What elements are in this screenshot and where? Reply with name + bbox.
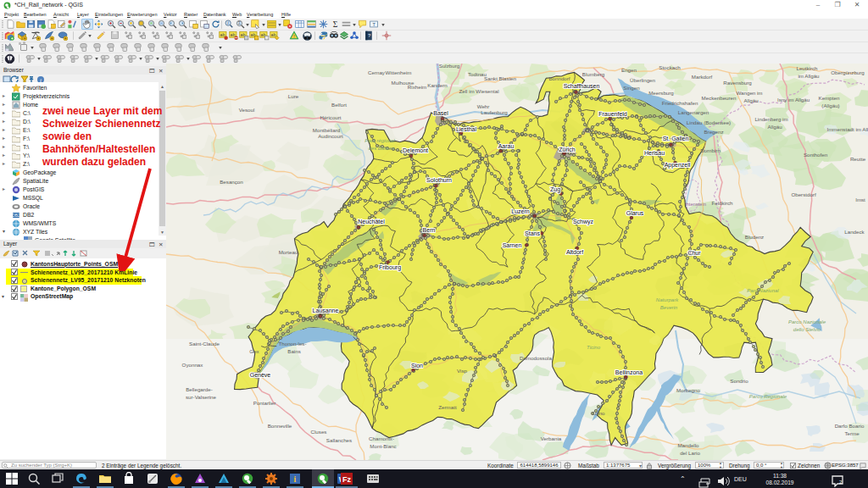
svg-text:Kempten: Kempten: [819, 95, 840, 101]
svg-text:Bonneville: Bonneville: [268, 423, 292, 429]
svg-text:Morbegno: Morbegno: [676, 387, 700, 393]
svg-text:Leutkirch: Leutkirch: [796, 65, 818, 71]
svg-text:Chur: Chur: [687, 250, 701, 256]
svg-text:Besançon: Besançon: [220, 179, 243, 185]
svg-text:Kandern: Kandern: [427, 82, 448, 88]
svg-text:Wittenheim: Wittenheim: [386, 69, 412, 75]
svg-text:Meersburg: Meersburg: [648, 90, 674, 96]
svg-text:Immenstadt im Allgäu: Immenstadt im Allgäu: [826, 126, 868, 132]
svg-text:im Allgäu: im Allgäu: [798, 73, 820, 79]
svg-text:Liesthal: Liesthal: [456, 126, 477, 132]
svg-text:Friedrichshafen: Friedrichshafen: [662, 100, 698, 106]
svg-text:Lausanne: Lausanne: [313, 308, 339, 313]
svg-text:Lindau (Bodensee): Lindau (Bodensee): [687, 119, 731, 125]
svg-text:Sion: Sion: [411, 363, 423, 369]
svg-text:Bregenz: Bregenz: [704, 129, 723, 135]
svg-text:Oberstdorf: Oberstdorf: [791, 191, 816, 197]
svg-text:Lindenberg im: Lindenberg im: [754, 116, 787, 122]
svg-text:Appenzell: Appenzell: [665, 162, 691, 169]
svg-text:sur-Valserine: sur-Valserine: [186, 394, 217, 400]
svg-text:DB2: DB2: [13, 214, 20, 218]
svg-text:Allgäu: Allgäu: [767, 124, 782, 130]
svg-text:Glarus: Glarus: [626, 210, 644, 216]
svg-text:Cluses: Cluses: [311, 429, 327, 435]
svg-text:des Ballons: des Ballons: [368, 146, 394, 151]
svg-text:Belfort: Belfort: [331, 102, 347, 108]
svg-text:Thonon-les-: Thonon-les-: [278, 341, 306, 347]
svg-text:Reutte: Reutte: [850, 156, 866, 162]
svg-text:Singen: Singen: [623, 85, 640, 91]
svg-text:Genève: Genève: [250, 372, 271, 378]
svg-text:Luzern: Luzern: [511, 208, 530, 214]
svg-text:Aarau: Aarau: [498, 143, 515, 149]
svg-text:Delemont: Delemont: [403, 147, 428, 153]
svg-text:Sankt Blasien: Sankt Blasien: [484, 75, 516, 81]
svg-text:Ticino: Ticino: [587, 345, 601, 350]
svg-text:Allgäu: Allgäu: [743, 97, 759, 103]
svg-text:Schaffhausen: Schaffhausen: [564, 83, 600, 89]
svg-text:Altdorf: Altdorf: [566, 249, 583, 255]
svg-text:Zermatt: Zermatt: [438, 404, 457, 410]
svg-text:Feldkirch: Feldkirch: [711, 200, 733, 206]
svg-text:Chamonix-: Chamonix-: [369, 435, 394, 441]
svg-text:Sonthofen: Sonthofen: [804, 152, 828, 158]
svg-text:Engen: Engen: [621, 67, 637, 73]
svg-text:Parco Nazionale: Parco Nazionale: [788, 319, 826, 324]
svg-text:Dornbirn: Dornbirn: [700, 147, 721, 153]
svg-text:Lure: Lure: [288, 93, 299, 99]
svg-text:Bonndorf: Bonndorf: [548, 75, 570, 81]
svg-text:Sondrio: Sondrio: [730, 378, 748, 384]
svg-text:!: !: [293, 34, 294, 39]
svg-text:Bellegarde-: Bellegarde-: [186, 386, 213, 392]
svg-text:Pontarlier: Pontarlier: [253, 400, 275, 406]
svg-text:Imst: Imst: [855, 197, 865, 202]
svg-text:Langenargen: Langenargen: [678, 109, 709, 115]
svg-text:Schwyz: Schwyz: [573, 219, 594, 225]
svg-text:Parc Naziunal: Parc Naziunal: [747, 288, 779, 293]
svg-text:Sulzburg: Sulzburg: [439, 64, 460, 69]
svg-text:Parc régional: Parc régional: [364, 138, 395, 143]
svg-text:Fribourg: Fribourg: [379, 264, 401, 271]
svg-text:Beverin: Beverin: [660, 305, 678, 310]
svg-text:Visp: Visp: [457, 368, 467, 374]
svg-text:Héricourt: Héricourt: [320, 114, 341, 120]
svg-text:Obergünzburg: Obergünzburg: [831, 69, 865, 75]
svg-text:Montbéliard: Montbéliard: [313, 127, 341, 133]
svg-text:Bains: Bains: [287, 348, 300, 354]
svg-text:Stans: Stans: [525, 230, 540, 236]
svg-text:(Allgäu): (Allgäu): [821, 103, 839, 108]
svg-text:Ravensburg: Ravensburg: [723, 80, 752, 86]
svg-text:Vesoul: Vesoul: [239, 107, 255, 113]
svg-text:ab: ab: [220, 32, 225, 37]
svg-text:Luino: Luino: [592, 410, 605, 416]
svg-text:Zug: Zug: [550, 186, 560, 193]
svg-text:Terme: Terme: [844, 430, 860, 436]
svg-text:Bludenz: Bludenz: [745, 234, 764, 240]
svg-text:Gex: Gex: [249, 348, 259, 354]
svg-text:Basel: Basel: [433, 110, 448, 116]
svg-text:Oyonnax: Oyonnax: [182, 362, 204, 368]
svg-text:Meckenbeuren: Meckenbeuren: [702, 95, 737, 101]
svg-text:Laufenburg: Laufenburg: [481, 109, 508, 115]
svg-text:Wehr: Wehr: [477, 103, 490, 109]
svg-text:Überlingen: Überlingen: [630, 77, 655, 83]
svg-text:Sallanches: Sallanches: [326, 437, 352, 443]
svg-text:del Lario: del Lario: [680, 450, 700, 456]
svg-text:Verbania: Verbania: [541, 435, 562, 441]
svg-text:dello Stelvio: dello Stelvio: [793, 327, 821, 332]
svg-text:Morteau: Morteau: [279, 249, 298, 255]
svg-text:Audincourt: Audincourt: [318, 133, 343, 139]
svg-text:Landeck: Landeck: [844, 229, 865, 235]
svg-text:ab: ab: [231, 32, 236, 37]
svg-text:Mont-Blanc: Mont-Blanc: [370, 443, 396, 449]
svg-text:Naturpark: Naturpark: [656, 297, 679, 302]
svg-text:St. Gallen: St. Gallen: [663, 136, 689, 141]
svg-text:Σ: Σ: [333, 19, 338, 29]
svg-text:Mandello: Mandello: [677, 442, 699, 448]
svg-text:Stockach: Stockach: [659, 64, 681, 70]
svg-text:i: i: [294, 474, 297, 484]
svg-text:Herisau: Herisau: [644, 150, 665, 156]
svg-text:Solothurn: Solothurn: [426, 177, 452, 183]
svg-text:Cernay: Cernay: [368, 69, 386, 75]
svg-text:Σ: Σ: [238, 21, 241, 25]
